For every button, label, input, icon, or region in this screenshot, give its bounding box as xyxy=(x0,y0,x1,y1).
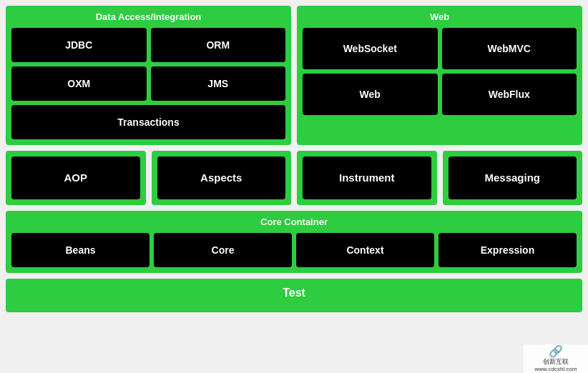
test-section: Test xyxy=(6,279,582,312)
jdbc-button[interactable]: JDBC xyxy=(11,28,147,62)
context-button[interactable]: Context xyxy=(296,233,434,267)
expression-button[interactable]: Expression xyxy=(438,233,577,267)
watermark-line2: www.cdcxhl.com xyxy=(534,366,577,373)
aspects-button[interactable]: Aspects xyxy=(157,156,286,199)
oxm-button[interactable]: OXM xyxy=(11,66,147,101)
data-access-section: Data Access/Integration JDBC ORM OXM JMS… xyxy=(6,6,291,145)
watermark-icon: 🔗 xyxy=(534,344,577,358)
jms-button[interactable]: JMS xyxy=(151,66,286,101)
middle-row: AOP Aspects Instrument Messaging xyxy=(6,151,582,205)
orm-button[interactable]: ORM xyxy=(151,28,286,62)
beans-button[interactable]: Beans xyxy=(11,233,150,267)
instrument-section: Instrument xyxy=(297,151,437,205)
transactions-button[interactable]: Transactions xyxy=(11,105,285,139)
top-row: Data Access/Integration JDBC ORM OXM JMS… xyxy=(6,6,582,145)
web-grid: WebSocket WebMVC Web WebFlux xyxy=(303,28,577,115)
messaging-section: Messaging xyxy=(443,151,583,205)
data-access-title: Data Access/Integration xyxy=(11,11,285,24)
data-access-grid: JDBC ORM OXM JMS Transactions xyxy=(11,28,285,139)
aspects-section: Aspects xyxy=(152,151,292,205)
web-title: Web xyxy=(303,11,577,24)
websocket-button[interactable]: WebSocket xyxy=(303,28,438,69)
watermark: 🔗 创新互联 www.cdcxhl.com xyxy=(524,344,588,373)
aop-section: AOP xyxy=(6,151,146,205)
instrument-button[interactable]: Instrument xyxy=(303,156,431,199)
webmvc-button[interactable]: WebMVC xyxy=(442,28,577,69)
core-container-section: Core Container Beans Core Context Expres… xyxy=(6,211,582,273)
webflux-button[interactable]: WebFlux xyxy=(442,74,577,115)
messaging-button[interactable]: Messaging xyxy=(449,156,577,199)
test-title: Test xyxy=(13,286,575,301)
web-section: Web WebSocket WebMVC Web WebFlux xyxy=(297,6,582,145)
core-container-grid: Beans Core Context Expression xyxy=(11,233,577,267)
web-button[interactable]: Web xyxy=(303,74,438,115)
aop-button[interactable]: AOP xyxy=(11,156,140,199)
core-button[interactable]: Core xyxy=(154,233,292,267)
watermark-line1: 创新互联 xyxy=(534,358,577,366)
core-container-title: Core Container xyxy=(11,217,577,229)
